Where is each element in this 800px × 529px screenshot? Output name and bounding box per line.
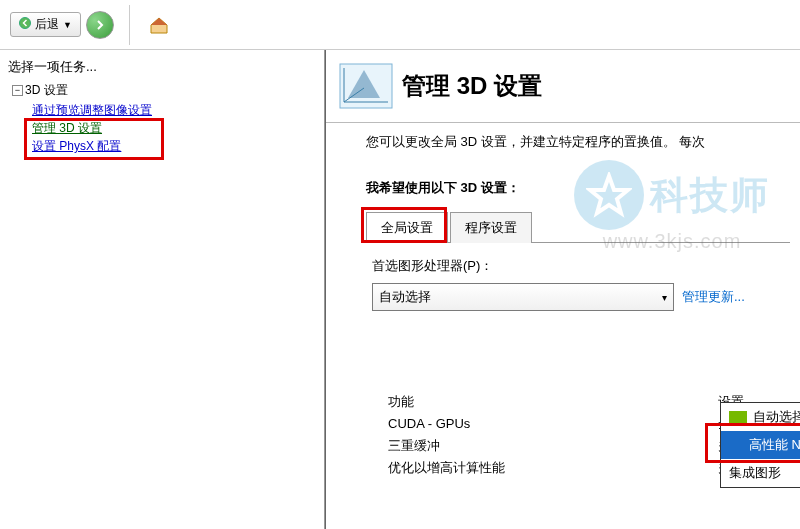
select-value: 自动选择 [379, 288, 431, 306]
tree-view: − 3D 设置 通过预览调整图像设置 管理 3D 设置 设置 PhysX 配置 [8, 82, 316, 155]
dropdown-arrow-icon: ▼ [63, 20, 72, 30]
feature-name: 三重缓冲 [388, 435, 718, 457]
nvidia-icon [729, 411, 747, 423]
dropdown-item-nvidia[interactable]: 高性能 NVIDIA 处理器 [721, 431, 800, 459]
page-title: 管理 3D 设置 [402, 70, 542, 102]
tab-global-label: 全局设置 [381, 220, 433, 235]
dropdown-item-label: 集成图形 [729, 464, 781, 482]
sidebar: 选择一项任务... − 3D 设置 通过预览调整图像设置 管理 3D 设置 设置… [0, 50, 325, 529]
manage-updates-link[interactable]: 管理更新... [682, 288, 745, 306]
sidebar-item-manage-3d[interactable]: 管理 3D 设置 [32, 119, 102, 137]
sidebar-item-preview[interactable]: 通过预览调整图像设置 [32, 101, 152, 119]
tabs: 全局设置 程序设置 [366, 211, 790, 243]
toolbar: 后退 ▼ [0, 0, 800, 50]
sidebar-item-physx[interactable]: 设置 PhysX 配置 [32, 137, 121, 155]
dropdown-item-auto[interactable]: 自动选择 [721, 403, 800, 431]
tab-program-label: 程序设置 [465, 220, 517, 235]
feature-name: 优化以增高计算性能 [388, 457, 718, 479]
processor-dropdown[interactable]: 自动选择 高性能 NVIDIA 处理器 集成图形 [720, 402, 800, 488]
dropdown-item-label: 高性能 NVIDIA 处理器 [749, 436, 800, 454]
back-button[interactable]: 后退 ▼ [10, 12, 81, 37]
processor-label: 首选图形处理器(P)： [372, 257, 790, 275]
content-panel: 管理 3D 设置 您可以更改全局 3D 设置，并建立特定程序的置换值。 每次 我… [325, 50, 800, 529]
processor-select[interactable]: 自动选择 ▾ [372, 283, 674, 311]
content-header: 管理 3D 设置 [326, 50, 800, 123]
task-label: 选择一项任务... [8, 58, 316, 76]
description-text: 您可以更改全局 3D 设置，并建立特定程序的置换值。 每次 [366, 133, 790, 151]
dropdown-item-integrated[interactable]: 集成图形 [721, 459, 800, 487]
sub-label: 我希望使用以下 3D 设置： [366, 179, 790, 197]
chevron-down-icon: ▾ [662, 292, 667, 303]
tree-root-label: 3D 设置 [25, 82, 68, 99]
back-arrow-icon [19, 17, 31, 32]
feature-name: CUDA - GPUs [388, 413, 718, 435]
forward-button[interactable] [86, 11, 114, 39]
collapse-icon[interactable]: − [12, 85, 23, 96]
tree-root-3d[interactable]: − 3D 设置 [12, 82, 316, 99]
home-button[interactable] [145, 11, 173, 39]
table-header-feature: 功能 [388, 393, 718, 411]
back-label: 后退 [35, 16, 59, 33]
tab-program[interactable]: 程序设置 [450, 212, 532, 243]
toolbar-divider [129, 5, 130, 45]
header-3d-icon [330, 56, 402, 116]
svg-point-0 [20, 18, 31, 29]
dropdown-item-label: 自动选择 [753, 408, 800, 426]
tab-global[interactable]: 全局设置 [366, 212, 448, 243]
